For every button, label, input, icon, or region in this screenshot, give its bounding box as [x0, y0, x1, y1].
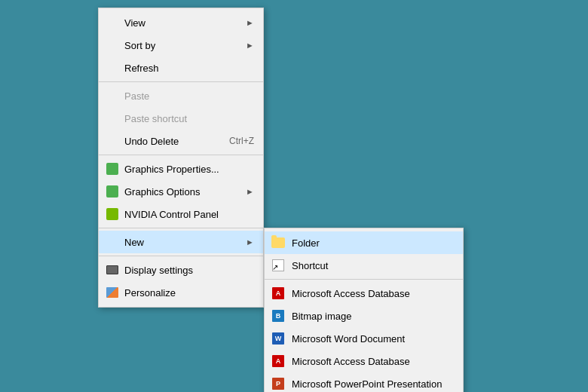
- menu-item-sort-by[interactable]: Sort by ►: [99, 34, 263, 57]
- access2-icon: A: [271, 354, 286, 369]
- separator-4: [99, 256, 263, 256]
- new-submenu: Folder Shortcut A Microsoft Access Datab…: [264, 228, 464, 392]
- separator-1: [99, 81, 263, 82]
- submenu-ppt-label: Microsoft PowerPoint Presentation: [292, 378, 454, 390]
- menu-item-display-settings[interactable]: Display settings: [99, 259, 263, 281]
- menu-item-sort-label: Sort by: [124, 40, 246, 51]
- separator-3: [99, 228, 263, 228]
- menu-item-graphics-props[interactable]: Graphics Properties...: [99, 158, 263, 180]
- refresh-icon: [105, 60, 120, 75]
- paste-icon: [105, 88, 120, 103]
- menu-item-graphics-options[interactable]: Graphics Options ►: [99, 180, 263, 203]
- menu-item-undo-delete[interactable]: Undo Delete Ctrl+Z: [99, 130, 263, 152]
- submenu-folder-label: Folder: [292, 237, 454, 249]
- submenu-item-access1[interactable]: A Microsoft Access Database: [265, 282, 463, 305]
- folder-icon: [271, 235, 286, 250]
- submenu-item-access2[interactable]: A Microsoft Access Database: [265, 350, 463, 372]
- menu-item-view-label: View: [124, 17, 246, 29]
- submenu-item-shortcut[interactable]: Shortcut: [265, 254, 463, 277]
- menu-item-paste-shortcut[interactable]: Paste shortcut: [99, 107, 263, 130]
- menu-item-personalize[interactable]: Personalize: [99, 281, 263, 304]
- menu-item-undo-label: Undo Delete: [124, 136, 214, 147]
- display-settings-icon: [105, 262, 120, 277]
- graphics-options-icon: [105, 184, 120, 199]
- bitmap-icon: B: [271, 308, 286, 323]
- shortcut-icon: [271, 258, 286, 273]
- new-arrow: ►: [246, 237, 254, 247]
- view-arrow: ►: [246, 18, 254, 27]
- word-icon: W: [271, 331, 286, 346]
- submenu-access1-label: Microsoft Access Database: [292, 288, 454, 299]
- submenu-access2-label: Microsoft Access Database: [292, 356, 454, 367]
- submenu-item-bitmap[interactable]: B Bitmap image: [265, 305, 463, 327]
- personalize-icon: [105, 285, 120, 300]
- sort-arrow: ►: [246, 41, 254, 50]
- separator-2: [99, 155, 263, 155]
- access1-icon: A: [271, 286, 286, 301]
- submenu-item-word[interactable]: W Microsoft Word Document: [265, 327, 463, 350]
- nvidia-icon: [105, 207, 120, 222]
- submenu-item-ppt[interactable]: P Microsoft PowerPoint Presentation: [265, 372, 463, 392]
- menu-item-new-label: New: [124, 237, 246, 248]
- new-icon: [105, 234, 120, 250]
- submenu-separator-1: [265, 279, 463, 280]
- menu-item-display-label: Display settings: [124, 265, 254, 276]
- undo-shortcut: Ctrl+Z: [229, 136, 254, 146]
- menu-item-refresh-label: Refresh: [124, 63, 254, 74]
- ppt-icon: P: [271, 376, 286, 391]
- sort-icon: [105, 38, 120, 53]
- menu-item-nvidia-label: NVIDIA Control Panel: [124, 209, 254, 220]
- menu-item-new[interactable]: New ► Folder Shortcut A Microsoft Access…: [99, 231, 263, 253]
- graphics-options-arrow: ►: [246, 187, 254, 196]
- view-icon: [105, 15, 120, 30]
- menu-item-personalize-label: Personalize: [124, 287, 254, 299]
- menu-item-view[interactable]: View ►: [99, 11, 263, 34]
- submenu-shortcut-label: Shortcut: [292, 260, 454, 271]
- submenu-item-folder[interactable]: Folder: [265, 231, 463, 254]
- undo-icon: [105, 133, 120, 149]
- graphics-props-icon: [105, 161, 120, 176]
- menu-item-paste[interactable]: Paste: [99, 84, 263, 107]
- paste-shortcut-icon: [105, 111, 120, 126]
- menu-item-paste-shortcut-label: Paste shortcut: [124, 113, 254, 124]
- submenu-word-label: Microsoft Word Document: [292, 333, 454, 345]
- menu-item-graphics-options-label: Graphics Options: [124, 186, 246, 198]
- menu-item-nvidia[interactable]: NVIDIA Control Panel: [99, 203, 263, 225]
- menu-item-graphics-props-label: Graphics Properties...: [124, 164, 254, 175]
- menu-item-refresh[interactable]: Refresh: [99, 57, 263, 79]
- context-menu: View ► Sort by ► Refresh Paste Paste sho…: [98, 8, 264, 308]
- menu-item-paste-label: Paste: [124, 90, 254, 102]
- submenu-bitmap-label: Bitmap image: [292, 311, 454, 322]
